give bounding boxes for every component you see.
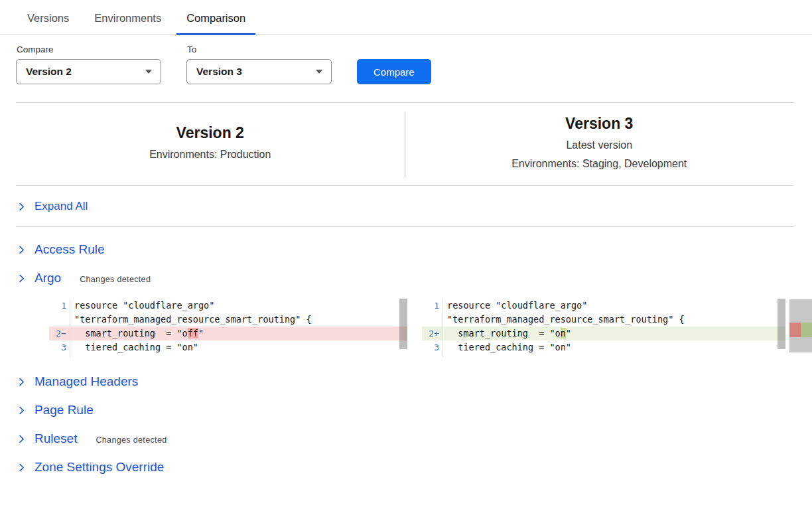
code-line: "terraform_managed_resource_smart_routin… [422,313,785,327]
section-label: Page Rule [34,403,94,417]
compare-from-select[interactable]: Version 2 [16,59,161,84]
line-number [49,354,70,357]
code-line-added: 2+ smart_routing = "on" [422,327,785,340]
compare-to-label: To [187,44,332,54]
section-label: Argo [34,271,61,285]
minimap-addition-mark [801,323,812,337]
version-right-environments: Environments: Staging, Development [405,155,794,173]
diff-panel-new: 1 resource "cloudflare_argo" "terraform_… [422,299,785,357]
code-line: 1 resource "cloudflare_argo" [422,299,785,313]
changes-detected-badge: Changes detected [80,272,151,284]
code-text: tiered_caching = "on" [70,340,407,354]
version-right-title: Version 3 [405,115,794,133]
diff-panel-old: 1 resource "cloudflare_argo" "terraform_… [49,299,407,357]
section-argo[interactable]: Argo Changes detected [17,271,812,285]
code-line-deleted: 2− smart_routing = "off" [49,327,407,340]
scrollbar-thumb[interactable] [778,299,785,349]
line-number: 1 [49,299,70,313]
compare-from-value: Version 2 [26,66,72,78]
compare-to-value: Version 3 [196,66,242,78]
compare-from-field: Compare Version 2 [16,44,161,84]
version-left-column: Version 2 Environments: Production [16,124,405,164]
version-header: Version 2 Environments: Production Versi… [0,103,812,185]
chevron-right-icon [17,463,26,472]
line-number [49,313,70,327]
line-number [422,313,443,327]
section-page-rule[interactable]: Page Rule [17,403,812,417]
added-word-highlight: n [561,328,566,338]
code-line: 3 tiered_caching = "on" [422,340,785,354]
code-text: "terraform_managed_resource_smart_routin… [70,313,407,327]
line-number: 2+ [422,327,443,340]
code-text: smart_routing = "off" [70,327,407,340]
code-line: } [422,354,785,357]
chevron-right-icon [17,406,26,415]
scrollbar[interactable] [778,299,785,357]
chevron-right-icon [17,435,26,443]
section-access-rule[interactable]: Access Rule [17,242,812,257]
chevron-right-icon [17,202,26,211]
chevron-right-icon [17,274,26,283]
line-number: 3 [49,340,70,354]
code-text: resource "cloudflare_argo" [70,299,407,313]
version-left-environments: Environments: Production [16,145,405,164]
section-label: Zone Settings Override [34,460,164,475]
compare-to-select[interactable]: Version 3 [186,59,332,84]
section-label: Managed Headers [34,374,138,389]
section-list: Access Rule Argo Changes detected 1 reso… [0,227,812,475]
chevron-right-icon [17,246,26,254]
section-ruleset[interactable]: Ruleset Changes detected [17,431,812,446]
tab-comparison[interactable]: Comparison [176,0,255,35]
code-line: } [49,354,407,357]
scrollbar-thumb[interactable] [399,299,407,349]
code-text: resource "cloudflare_argo" [443,299,785,313]
version-left-title: Version 2 [16,124,405,142]
code-text: "terraform_managed_resource_smart_routin… [443,313,785,327]
tab-versions[interactable]: Versions [17,0,79,35]
line-number: 2− [49,327,70,340]
expand-all-label: Expand All [34,200,88,213]
deleted-word-highlight: ff [188,328,198,338]
tab-environments[interactable]: Environments [84,0,171,35]
code-line: "terraform_managed_resource_smart_routin… [49,313,407,327]
code-text: } [443,354,785,357]
minimap-deletion-mark [789,323,801,337]
chevron-right-icon [17,378,26,386]
line-number: 3 [422,340,443,354]
section-managed-headers[interactable]: Managed Headers [17,374,812,389]
line-number: 1 [422,299,443,313]
version-right-subtitle: Latest version [405,136,794,155]
changes-detected-badge: Changes detected [96,433,167,445]
compare-from-label: Compare [17,44,161,54]
code-line: 3 tiered_caching = "on" [49,340,407,354]
diff-overview-minimap [789,299,812,357]
code-line: 1 resource "cloudflare_argo" [49,299,407,313]
line-number [422,354,443,357]
compare-to-field: To Version 3 [186,44,332,84]
scrollbar[interactable] [399,299,407,357]
version-right-column: Version 3 Latest version Environments: S… [405,115,794,173]
section-label: Ruleset [34,431,77,446]
compare-controls: Compare Version 2 To Version 3 Compare [0,35,812,84]
section-zone-settings-override[interactable]: Zone Settings Override [17,460,812,475]
code-text: } [70,354,407,357]
compare-button[interactable]: Compare [357,59,431,84]
caret-down-icon [316,70,322,74]
expand-all-button[interactable]: Expand All [0,186,812,226]
tab-bar: Versions Environments Comparison [0,0,812,35]
code-text: smart_routing = "on" [443,327,785,340]
argo-diff: 1 resource "cloudflare_argo" "terraform_… [49,299,812,357]
caret-down-icon [145,70,152,74]
section-label: Access Rule [34,242,105,257]
code-text: tiered_caching = "on" [443,340,785,354]
